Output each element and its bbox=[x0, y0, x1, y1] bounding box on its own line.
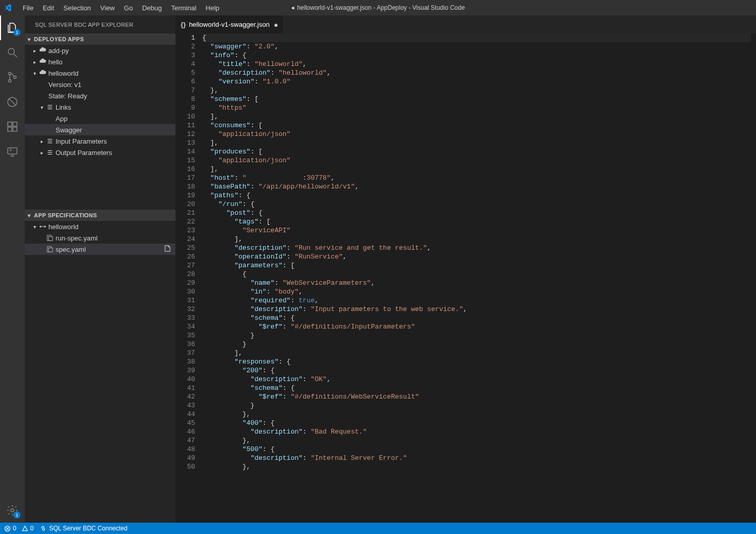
editor-tabs: {} helloworld-v1-swagger.json ● bbox=[175, 15, 756, 33]
code-line[interactable]: "consumes": [ bbox=[202, 121, 751, 130]
menu-file[interactable]: File bbox=[18, 0, 38, 15]
code-line[interactable]: "description": "Run service and get the … bbox=[202, 244, 751, 252]
tree-item-spec-yaml[interactable]: spec.yaml bbox=[25, 244, 175, 255]
json-file-icon: {} bbox=[181, 21, 186, 28]
code-line[interactable]: }, bbox=[202, 436, 751, 445]
menu-debug[interactable]: Debug bbox=[137, 0, 166, 15]
code-line[interactable]: ], bbox=[202, 139, 751, 147]
activity-settings[interactable]: 1 bbox=[0, 498, 25, 523]
chevron-down-icon: ▾ bbox=[26, 37, 33, 42]
code-line[interactable]: "title": "helloworld", bbox=[202, 60, 751, 68]
line-number: 41 bbox=[175, 384, 195, 392]
code-line[interactable]: "200": { bbox=[202, 366, 751, 375]
code-line[interactable]: "host": " :30778", bbox=[202, 174, 751, 182]
menu-view[interactable]: View bbox=[96, 0, 119, 15]
code-line[interactable]: "description": "Internal Server Error." bbox=[202, 454, 751, 462]
menu-terminal[interactable]: Terminal bbox=[166, 0, 201, 15]
code-line[interactable]: "description": "helloworld", bbox=[202, 68, 751, 77]
code-line[interactable]: }, bbox=[202, 410, 751, 419]
code-line[interactable]: "produces": [ bbox=[202, 147, 751, 156]
code-line[interactable]: "info": { bbox=[202, 51, 751, 60]
menu-help[interactable]: Help bbox=[201, 0, 224, 15]
app-specifications-header[interactable]: ▾ APP SPECIFICATIONS bbox=[25, 210, 175, 221]
tree-item-link-app[interactable]: App bbox=[25, 113, 175, 124]
status-problems[interactable]: 0 0 bbox=[4, 525, 33, 532]
tree-item-add-py[interactable]: ▸ add-py bbox=[25, 45, 175, 56]
code-line[interactable]: "ServiceAPI" bbox=[202, 226, 751, 235]
tree-item-link-swagger[interactable]: Swagger bbox=[25, 124, 175, 135]
code-line[interactable]: ], bbox=[202, 349, 751, 357]
code-line[interactable]: "$ref": "#/definitions/WebServiceResult" bbox=[202, 392, 751, 401]
tree-item-version[interactable]: Version: v1 bbox=[25, 79, 175, 90]
tree-item-hello[interactable]: ▸ hello bbox=[25, 56, 175, 67]
line-number: 46 bbox=[175, 427, 195, 436]
tree-item-output-params[interactable]: ▸ Output Parameters bbox=[25, 147, 175, 158]
sidebar-title: SQL SERVER BDC APP EXPLORER bbox=[25, 15, 175, 33]
activity-remote[interactable] bbox=[0, 139, 25, 164]
explorer-badge: 1 bbox=[13, 29, 21, 36]
node-icon bbox=[38, 223, 47, 230]
menu-go[interactable]: Go bbox=[119, 0, 137, 15]
line-number: 37 bbox=[175, 349, 195, 357]
line-number: 23 bbox=[175, 226, 195, 235]
code-line[interactable]: ], bbox=[202, 165, 751, 174]
code-line[interactable]: ], bbox=[202, 235, 751, 244]
code-line[interactable]: "operationId": "RunService", bbox=[202, 252, 751, 261]
line-number: 20 bbox=[175, 200, 195, 209]
code-line[interactable]: "tags": [ bbox=[202, 217, 751, 226]
activity-scm[interactable] bbox=[0, 65, 25, 90]
code-line[interactable]: } bbox=[202, 401, 751, 410]
code-line[interactable]: "description": "Input parameters to the … bbox=[202, 305, 751, 314]
code-line[interactable]: "paths": { bbox=[202, 191, 751, 200]
menu-edit[interactable]: Edit bbox=[38, 0, 59, 15]
code-line[interactable]: "parameters": [ bbox=[202, 261, 751, 270]
cloud-icon bbox=[38, 58, 47, 65]
code-line[interactable]: ], bbox=[202, 112, 751, 121]
code-line[interactable]: "500": { bbox=[202, 445, 751, 454]
code-line[interactable]: "required": true, bbox=[202, 296, 751, 305]
editor-tab-swagger-json[interactable]: {} helloworld-v1-swagger.json ● bbox=[175, 15, 283, 33]
code-line[interactable]: "description": "OK", bbox=[202, 375, 751, 384]
tree-item-helloworld[interactable]: ▾ helloworld bbox=[25, 67, 175, 79]
code-line[interactable]: { bbox=[202, 33, 751, 42]
code-line[interactable]: "swagger": "2.0", bbox=[202, 42, 751, 51]
code-line[interactable]: "$ref": "#/definitions/InputParameters" bbox=[202, 322, 751, 331]
code-line[interactable]: "schema": { bbox=[202, 314, 751, 322]
tree-item-run-spec[interactable]: run-spec.yaml bbox=[25, 232, 175, 244]
code-line[interactable]: "schemes": [ bbox=[202, 95, 751, 104]
activity-extensions[interactable] bbox=[0, 114, 25, 139]
code-line[interactable]: "post": { bbox=[202, 209, 751, 217]
tree-item-spec-helloworld[interactable]: ▾ helloworld bbox=[25, 221, 175, 232]
code-editor[interactable]: 1234567891011121314151617181920212223242… bbox=[175, 33, 756, 523]
code-line[interactable]: } bbox=[202, 340, 751, 349]
status-connection[interactable]: SQL Server BDC Connected bbox=[40, 525, 127, 532]
code-line[interactable]: "version": "1.0.0" bbox=[202, 77, 751, 86]
tree-item-state[interactable]: State: Ready bbox=[25, 90, 175, 101]
tree-item-links[interactable]: ▾ Links bbox=[25, 101, 175, 113]
deployed-apps-header[interactable]: ▾ DEPLOYED APPS bbox=[25, 33, 175, 45]
activity-search[interactable] bbox=[0, 40, 25, 65]
code-line[interactable]: }, bbox=[202, 86, 751, 95]
new-file-icon[interactable] bbox=[164, 245, 171, 254]
code-line[interactable]: "application/json" bbox=[202, 130, 751, 139]
code-line[interactable]: } bbox=[202, 331, 751, 340]
code-line[interactable]: "in": "body", bbox=[202, 287, 751, 296]
code-line[interactable]: { bbox=[202, 270, 751, 279]
menu-selection[interactable]: Selection bbox=[59, 0, 95, 15]
activity-explorer[interactable]: 1 bbox=[0, 15, 25, 40]
code-line[interactable]: "responses": { bbox=[202, 357, 751, 366]
code-line[interactable]: "name": "WebServiceParameters", bbox=[202, 279, 751, 287]
code-line[interactable]: "/run": { bbox=[202, 200, 751, 209]
line-number: 35 bbox=[175, 331, 195, 340]
code-line[interactable]: }, bbox=[202, 462, 751, 471]
vscode-logo-icon bbox=[0, 0, 18, 15]
code-line[interactable]: "https" bbox=[202, 104, 751, 112]
code-line[interactable]: "basePath": "/api/app/helloworld/v1", bbox=[202, 182, 751, 191]
activity-debug[interactable] bbox=[0, 90, 25, 114]
code-content[interactable]: { "swagger": "2.0", "info": { "title": "… bbox=[202, 33, 756, 523]
code-line[interactable]: "schema": { bbox=[202, 384, 751, 392]
code-line[interactable]: "description": "Bad Request." bbox=[202, 427, 751, 436]
tree-item-input-params[interactable]: ▸ Input Parameters bbox=[25, 135, 175, 147]
code-line[interactable]: "400": { bbox=[202, 419, 751, 427]
code-line[interactable]: "application/json" bbox=[202, 156, 751, 165]
